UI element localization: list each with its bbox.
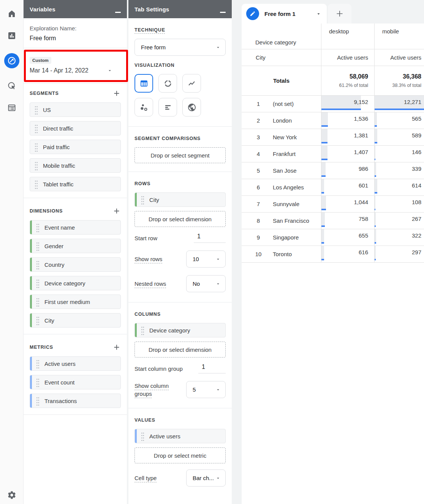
cell-bar: [321, 213, 325, 225]
nav-item-home[interactable]: [7, 9, 16, 18]
rows-dimension-chip[interactable]: City: [134, 192, 226, 207]
table-row[interactable]: 3New York1,381589: [242, 129, 424, 146]
chevron-down-icon[interactable]: [107, 68, 112, 73]
drag-handle-icon[interactable]: [141, 326, 144, 335]
drag-handle-icon[interactable]: [36, 279, 40, 288]
show-rows-select[interactable]: 10: [186, 250, 226, 268]
drag-handle-icon[interactable]: [35, 142, 38, 152]
drag-handle-icon[interactable]: [35, 105, 38, 115]
start-row-input[interactable]: 1: [194, 233, 226, 243]
segment-chip[interactable]: US: [30, 102, 121, 117]
metric-chip[interactable]: Active users: [30, 356, 121, 371]
nested-rows-select[interactable]: No: [186, 275, 226, 292]
bar-chart-icon: [163, 103, 172, 112]
row-rank: 10: [250, 251, 267, 257]
nav-item-advertising[interactable]: [7, 81, 16, 90]
add-metric-button[interactable]: [112, 343, 121, 351]
add-dimension-button[interactable]: [112, 207, 121, 215]
tab-chevron-down-icon[interactable]: [316, 11, 321, 17]
metric-header-mobile[interactable]: Active users: [374, 49, 424, 66]
table-row[interactable]: 4Frankfurt1,407146: [242, 146, 424, 162]
technique-select[interactable]: Free form: [134, 39, 226, 56]
add-tab-button[interactable]: [328, 4, 351, 24]
drag-handle-icon[interactable]: [36, 316, 40, 325]
drag-handle-icon[interactable]: [36, 223, 40, 232]
add-segment-button[interactable]: [112, 89, 121, 98]
tab-free-form-1[interactable]: Free form 1: [242, 4, 327, 24]
nav-item-explore-active[interactable]: [4, 53, 19, 68]
table-row[interactable]: 7Sunnyvale1,044108: [242, 196, 424, 213]
chip-label: US: [43, 107, 51, 113]
scatter-plot-icon: [139, 103, 149, 112]
metric-chip[interactable]: Transactions: [30, 394, 121, 408]
segment-chip[interactable]: Tablet traffic: [30, 177, 121, 191]
values-metric-dropzone[interactable]: Drop or select metric: [134, 447, 226, 463]
drag-handle-icon[interactable]: [36, 396, 40, 406]
nav-item-library[interactable]: [7, 103, 16, 112]
dimension-chip[interactable]: Gender: [30, 239, 121, 253]
cell-bar: [375, 213, 376, 225]
nav-item-admin[interactable]: [7, 490, 16, 500]
table-row[interactable]: 2London1,536565: [242, 112, 424, 129]
drag-handle-icon[interactable]: [35, 180, 38, 189]
table-row[interactable]: 9Singapore655322: [242, 229, 424, 246]
cell-type-select[interactable]: Bar ch...: [186, 469, 226, 487]
dimension-chip[interactable]: City: [30, 313, 121, 328]
drag-handle-icon[interactable]: [35, 124, 38, 133]
drag-handle-icon[interactable]: [36, 359, 40, 369]
columns-dimension-dropzone[interactable]: Drop or select dimension: [134, 342, 226, 358]
viz-scatter-plot-button[interactable]: [134, 98, 153, 117]
segment-dropzone[interactable]: Drop or select segment: [134, 147, 226, 163]
tab-label: Free form 1: [264, 11, 296, 17]
table-row[interactable]: 8San Francisco758267: [242, 213, 424, 229]
drag-handle-icon[interactable]: [141, 432, 144, 441]
rows-dimension-dropzone[interactable]: Drop or select dimension: [134, 211, 226, 227]
segment-chip[interactable]: Mobile traffic: [30, 158, 121, 173]
row-rank: 4: [250, 151, 267, 157]
dimension-chip[interactable]: Event name: [30, 220, 121, 235]
table-row[interactable]: 5San Jose986339: [242, 162, 424, 179]
segment-chip[interactable]: Paid traffic: [30, 140, 121, 154]
metric-header-desktop[interactable]: Active users: [321, 49, 374, 66]
show-column-groups-select[interactable]: 5: [186, 381, 226, 398]
viz-bar-chart-button[interactable]: [158, 98, 177, 117]
column-group-desktop[interactable]: desktop: [321, 24, 374, 49]
row-city-cell: 6Los Angeles: [242, 179, 321, 195]
table-row[interactable]: 6Los Angeles601614: [242, 179, 424, 196]
values-metric-chip[interactable]: Active users: [134, 429, 226, 443]
dimension-chip[interactable]: Country: [30, 257, 121, 272]
minimize-variables-icon[interactable]: [115, 12, 121, 13]
minimize-tab-settings-icon[interactable]: [220, 12, 226, 13]
viz-table-button[interactable]: [134, 74, 153, 93]
drag-handle-icon[interactable]: [36, 241, 40, 251]
nav-item-reports[interactable]: [7, 31, 16, 40]
totals-mobile-value: 36,368: [403, 73, 421, 80]
cell-bar: [321, 112, 328, 125]
columns-dimension-chip[interactable]: Device category: [134, 323, 226, 337]
chip-label: Country: [44, 261, 65, 268]
drag-handle-icon[interactable]: [36, 297, 40, 307]
date-range-section[interactable]: Custom Mar 14 - Apr 12, 2022: [24, 48, 127, 83]
cell-value: 655: [359, 229, 368, 242]
metric-chip[interactable]: Event count: [30, 375, 121, 389]
desktop-value-cell: 655: [321, 229, 374, 246]
dimension-chip[interactable]: Device category: [30, 276, 121, 290]
segment-chip[interactable]: Direct traffic: [30, 121, 121, 135]
table-row[interactable]: 10Toronto616297: [242, 246, 424, 263]
viz-donut-chart-button[interactable]: [158, 74, 177, 93]
column-group-mobile[interactable]: mobile: [374, 24, 424, 49]
viz-geo-map-button[interactable]: [182, 98, 201, 117]
start-column-group-input[interactable]: 1: [198, 364, 226, 373]
viz-line-chart-button[interactable]: [182, 74, 201, 93]
totals-desktop-share: 61.2% of total: [339, 83, 368, 88]
row-dimension-label[interactable]: City: [242, 49, 321, 66]
exploration-name-value[interactable]: Free form: [30, 35, 121, 42]
drag-handle-icon[interactable]: [35, 161, 38, 170]
drag-handle-icon[interactable]: [36, 378, 40, 387]
drag-handle-icon[interactable]: [141, 195, 144, 205]
date-range-value[interactable]: Mar 14 - Apr 12, 2022: [30, 67, 89, 74]
drag-handle-icon[interactable]: [36, 260, 40, 269]
dimension-chip[interactable]: First user medium: [30, 295, 121, 309]
chip-label: Tablet traffic: [43, 181, 74, 187]
table-row[interactable]: 1(not set)9,15212,271: [242, 96, 424, 112]
